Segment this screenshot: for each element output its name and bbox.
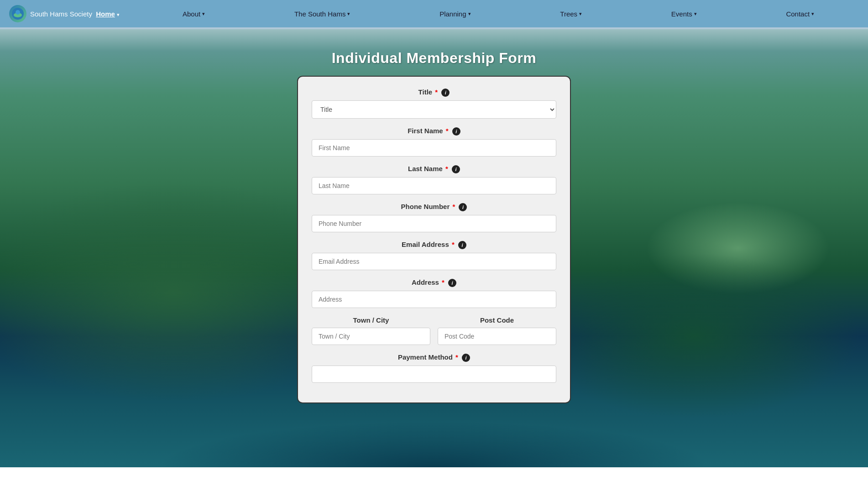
postcode-input[interactable] <box>438 328 556 345</box>
navbar: South Hams Society Home ▾ About ▾ The So… <box>0 0 868 27</box>
nav-trees-chevron: ▾ <box>579 11 582 17</box>
nav-brand-home: Home <box>96 10 115 18</box>
nav-item-trees[interactable]: Trees ▾ <box>555 10 586 18</box>
nav-trees-label: Trees <box>560 10 577 18</box>
email-input[interactable] <box>312 253 556 270</box>
address-group: Address * i <box>312 278 556 308</box>
address-input[interactable] <box>312 291 556 308</box>
email-info-icon[interactable]: i <box>458 241 466 249</box>
payment-label: Payment Method * i <box>312 353 556 362</box>
membership-form: Title * i Title Mr Mrs Miss Ms Dr Prof F… <box>297 76 571 403</box>
last-name-label-text: Last Name <box>408 165 443 172</box>
nav-planning-chevron: ▾ <box>468 11 471 17</box>
email-label: Email Address * i <box>312 240 556 249</box>
nav-item-events[interactable]: Events ▾ <box>667 10 701 18</box>
nav-menu: About ▾ The South Hams ▾ Planning ▾ Tree… <box>138 10 859 18</box>
last-name-info-icon[interactable]: i <box>452 165 460 173</box>
nav-brand-site-name: South Hams Society <box>30 10 92 18</box>
email-group: Email Address * i <box>312 240 556 270</box>
nav-contact-chevron: ▾ <box>811 11 814 17</box>
title-required-marker: * <box>435 88 438 96</box>
phone-required-marker: * <box>452 203 455 210</box>
nav-item-contact[interactable]: Contact ▾ <box>781 10 819 18</box>
nav-about-label: About <box>183 10 200 18</box>
phone-group: Phone Number * i <box>312 203 556 232</box>
last-name-group: Last Name * i <box>312 165 556 194</box>
town-label: Town / City <box>312 316 430 324</box>
logo-svg <box>11 7 24 20</box>
first-name-info-icon[interactable]: i <box>452 127 460 136</box>
title-info-icon[interactable]: i <box>441 89 450 97</box>
payment-group: Payment Method * i <box>312 353 556 383</box>
nav-events-label: Events <box>671 10 692 18</box>
nav-south-hams-chevron: ▾ <box>347 11 350 17</box>
nav-events-chevron: ▾ <box>694 11 697 17</box>
address-label: Address * i <box>312 278 556 287</box>
postcode-group: Post Code <box>438 316 556 345</box>
hero-section: Individual Membership Form Title * i Tit… <box>0 29 868 467</box>
town-group: Town / City <box>312 316 430 345</box>
nav-about-chevron: ▾ <box>202 11 205 17</box>
title-label-text: Title <box>418 88 433 96</box>
first-name-group: First Name * i <box>312 127 556 157</box>
payment-input[interactable] <box>312 366 556 383</box>
nav-item-about[interactable]: About ▾ <box>178 10 209 18</box>
svg-point-2 <box>16 10 20 15</box>
email-required-marker: * <box>452 240 455 248</box>
address-label-text: Address <box>412 278 439 286</box>
nav-item-south-hams[interactable]: The South Hams ▾ <box>290 10 355 18</box>
first-name-required-marker: * <box>446 127 449 135</box>
nav-home-chevron: ▾ <box>117 12 120 17</box>
nav-contact-label: Contact <box>786 10 810 18</box>
email-label-text: Email Address <box>402 240 449 248</box>
nav-south-hams-label: The South Hams <box>294 10 346 18</box>
last-name-label: Last Name * i <box>312 165 556 173</box>
address-required-marker: * <box>442 278 444 286</box>
address-info-icon[interactable]: i <box>448 279 456 287</box>
payment-required-marker: * <box>455 353 458 361</box>
last-name-input[interactable] <box>312 177 556 194</box>
payment-label-text: Payment Method <box>398 353 453 361</box>
title-select[interactable]: Title Mr Mrs Miss Ms Dr Prof <box>312 100 556 119</box>
payment-info-icon[interactable]: i <box>462 354 470 362</box>
page-title: Individual Membership Form <box>0 29 868 67</box>
phone-input[interactable] <box>312 215 556 232</box>
postcode-label: Post Code <box>438 316 556 324</box>
town-input[interactable] <box>312 328 430 345</box>
first-name-label-text: First Name <box>408 127 443 135</box>
nav-logo-icon <box>9 5 26 22</box>
nav-planning-label: Planning <box>439 10 466 18</box>
phone-label-text: Phone Number <box>401 203 450 210</box>
nav-item-planning[interactable]: Planning ▾ <box>435 10 475 18</box>
first-name-input[interactable] <box>312 139 556 157</box>
phone-label: Phone Number * i <box>312 203 556 211</box>
first-name-label: First Name * i <box>312 127 556 136</box>
nav-brand-text: South Hams Society Home ▾ <box>30 10 120 18</box>
town-postcode-row: Town / City Post Code <box>312 316 556 345</box>
last-name-required-marker: * <box>445 165 448 172</box>
nav-brand[interactable]: South Hams Society Home ▾ <box>9 5 120 22</box>
title-group: Title * i Title Mr Mrs Miss Ms Dr Prof <box>312 88 556 119</box>
phone-info-icon[interactable]: i <box>459 203 467 211</box>
title-label: Title * i <box>312 88 556 97</box>
